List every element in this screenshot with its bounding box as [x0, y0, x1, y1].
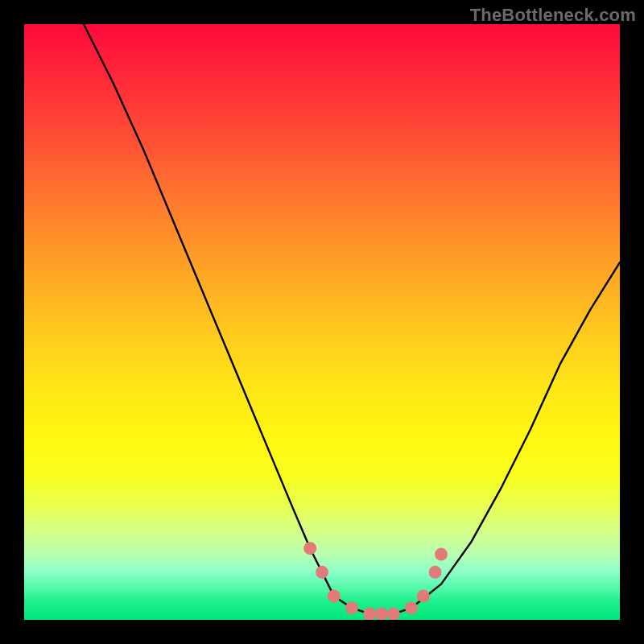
curve-marker: [417, 589, 430, 602]
curve-markers: [303, 542, 448, 620]
curve-marker: [435, 548, 448, 561]
curve-marker: [316, 566, 328, 579]
curve-marker: [328, 589, 341, 602]
curve-marker: [363, 608, 376, 620]
curve-marker: [345, 601, 358, 614]
curve-marker: [387, 608, 400, 620]
curve-marker: [303, 542, 316, 555]
curve-marker: [405, 601, 418, 614]
bottleneck-curve: [84, 24, 620, 614]
curve-marker: [375, 608, 388, 620]
curve-svg: [24, 24, 620, 620]
curve-marker: [429, 566, 442, 579]
chart-frame: TheBottleneck.com: [0, 0, 644, 644]
plot-area: [24, 24, 620, 620]
watermark-text: TheBottleneck.com: [470, 5, 636, 26]
